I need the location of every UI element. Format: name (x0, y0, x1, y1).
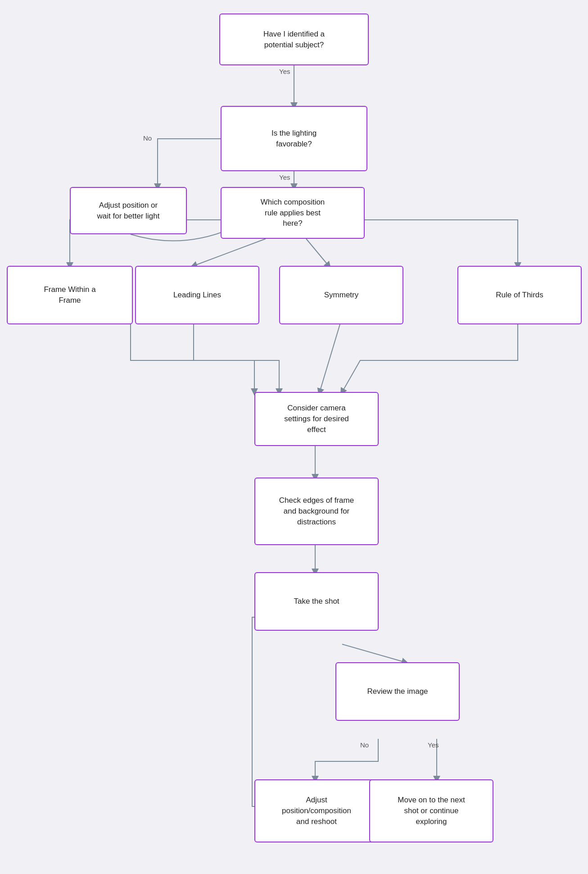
node-adjust-light: Adjust position or wait for better light (70, 187, 187, 234)
label-no1: No (143, 134, 152, 142)
node-rule-thirds-label: Rule of Thirds (496, 290, 543, 300)
node-adjust-light-label: Adjust position or wait for better light (97, 200, 160, 222)
svg-line-5 (342, 644, 405, 662)
node-adjust-reshoot: Adjust position/composition and reshoot (254, 779, 379, 842)
node-lighting: Is the lighting favorable? (221, 106, 367, 171)
node-frame-within-label: Frame Within a Frame (44, 284, 95, 306)
node-start: Have I identified a potential subject? (219, 14, 369, 65)
svg-line-2 (320, 324, 340, 392)
flowchart: Have I identified a potential subject? Y… (0, 0, 588, 874)
label-yes3: Yes (428, 741, 439, 749)
node-move-on-label: Move on to the next shot or continue exp… (398, 795, 465, 827)
label-no2: No (360, 741, 369, 749)
node-camera-settings: Consider camera settings for desired eff… (254, 392, 379, 446)
node-lighting-label: Is the lighting favorable? (271, 128, 317, 150)
node-symmetry-label: Symmetry (324, 290, 359, 300)
svg-line-1 (306, 239, 329, 266)
node-symmetry: Symmetry (279, 266, 403, 324)
node-review-label: Review the image (367, 686, 428, 697)
label-yes1: Yes (279, 68, 290, 75)
node-rule-thirds: Rule of Thirds (457, 266, 582, 324)
node-composition: Which composition rule applies best here… (221, 187, 365, 239)
label-yes2: Yes (279, 173, 290, 181)
node-take-shot-label: Take the shot (294, 596, 339, 607)
node-composition-label: Which composition rule applies best here… (261, 197, 325, 229)
node-check-edges-label: Check edges of frame and background for … (279, 495, 354, 527)
node-camera-settings-label: Consider camera settings for desired eff… (284, 403, 349, 435)
node-check-edges: Check edges of frame and background for … (254, 478, 379, 545)
node-move-on: Move on to the next shot or continue exp… (369, 779, 493, 842)
node-leading-lines: Leading Lines (135, 266, 259, 324)
node-review: Review the image (335, 662, 460, 721)
node-leading-lines-label: Leading Lines (173, 290, 221, 300)
node-start-label: Have I identified a potential subject? (263, 29, 325, 50)
node-take-shot: Take the shot (254, 572, 379, 631)
node-adjust-reshoot-label: Adjust position/composition and reshoot (282, 795, 351, 827)
node-frame-within: Frame Within a Frame (7, 266, 133, 324)
